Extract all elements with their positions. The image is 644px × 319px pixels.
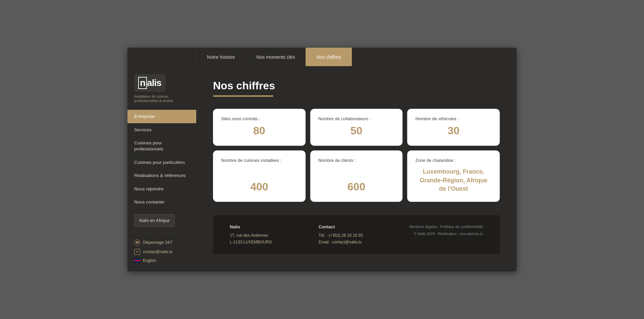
footer-phone[interactable]: ☎ Dépannage 24/7: [134, 238, 190, 247]
africa-button[interactable]: Nalis en Afrique: [134, 214, 175, 227]
footer-legal-line1: Mentions légales · Politique de confiden…: [409, 223, 483, 230]
stat-card-vehicules: Nombre de véhicules : 30: [407, 109, 500, 146]
sidebar-footer: ☎ Dépannage 24/7 ✉ contact@nalis.lu Engl…: [127, 232, 196, 265]
logo-subtitle: Installateur de cuisines professionnelle…: [134, 94, 190, 103]
footer-contact: Contact Tél. : (+352) 26 33 16 55 Email …: [319, 223, 363, 246]
email-label: contact@nalis.lu: [143, 249, 172, 254]
footer-language[interactable]: English: [134, 257, 190, 265]
sidebar-item-rejoindre[interactable]: Nous rejoindre: [127, 182, 196, 196]
stat-value-clients: 600: [318, 181, 395, 193]
footer-company-name: Nalis: [230, 223, 272, 231]
flag-icon: [134, 259, 140, 263]
footer-legal-line2: © Nalis 2024 · Réalisation : osa-advices…: [409, 230, 483, 237]
stat-label-chalandise: Zone de chalandise :: [415, 158, 456, 163]
stat-label-clients: Nombre de clients :: [318, 158, 356, 163]
stat-card-chalandise: Zone de chalandise : Luxembourg, France,…: [407, 150, 500, 202]
phone-icon: ☎: [134, 239, 140, 245]
main-layout: nalis Installateur de cuisines professio…: [127, 66, 517, 271]
stat-value-chalandise: Luxembourg, France, Grande-Région, Afriq…: [415, 168, 492, 193]
sidebar-item-cuisines-part[interactable]: Cuisines pour particuliers: [127, 156, 196, 169]
tab-histoire[interactable]: Notre histoire: [196, 48, 246, 66]
sidebar-logo: nalis Installateur de cuisines professio…: [127, 66, 196, 110]
sidebar-nav: Entreprise Services Cuisines pour profes…: [127, 110, 196, 232]
browser-window: Notre histoire Nos moments clés Nos chif…: [127, 48, 517, 271]
sidebar-item-cuisines-pro[interactable]: Cuisines pour professionnels: [127, 136, 196, 155]
stat-card-clients: Nombre de clients : 600: [310, 150, 403, 202]
phone-label: Dépannage 24/7: [143, 240, 173, 245]
footer-email-contact: Email : contact@nalis.lu: [319, 239, 363, 245]
content-area: Nos chiffres Sites sous contrats : 80 No…: [196, 66, 517, 271]
stat-value-sites: 80: [221, 125, 298, 137]
tab-moments[interactable]: Nos moments clés: [246, 48, 306, 66]
stat-card-collaborateurs: Nombre de collaborateurs : 50: [310, 109, 403, 146]
stat-label-sites: Sites sous contrats :: [221, 116, 260, 121]
footer-contact-title: Contact: [319, 223, 363, 231]
footer-address-line2: L-1133 LUXEMBOURG: [230, 239, 272, 245]
page-title: Nos chiffres: [213, 80, 500, 92]
title-underline: [213, 95, 273, 97]
stat-label-collaborateurs: Nombre de collaborateurs :: [318, 116, 371, 121]
stats-grid-row2: Nombre de cuisines installées : 400 Nomb…: [213, 150, 500, 202]
footer-legal: Mentions légales · Politique de confiden…: [409, 223, 483, 237]
sidebar-item-entreprise[interactable]: Entreprise: [127, 110, 196, 123]
footer-email[interactable]: ✉ contact@nalis.lu: [134, 247, 190, 257]
stat-card-sites: Sites sous contrats : 80: [213, 109, 306, 146]
top-nav: Notre histoire Nos moments clés Nos chif…: [127, 48, 517, 66]
page-footer: Nalis 17, rue des Ardennes L-1133 LUXEMB…: [213, 215, 500, 254]
stat-value-collaborateurs: 50: [318, 125, 395, 137]
logo-n-letter: n: [138, 77, 147, 89]
sidebar-item-contacter[interactable]: Nous contacter: [127, 195, 196, 209]
stats-grid-row1: Sites sous contrats : 80 Nombre de colla…: [213, 109, 500, 146]
footer-company: Nalis 17, rue des Ardennes L-1133 LUXEMB…: [230, 223, 272, 246]
language-label: English: [143, 258, 156, 263]
sidebar-item-realisations[interactable]: Réalisations & références: [127, 169, 196, 182]
stat-label-cuisines: Nombre de cuisines installées :: [221, 158, 281, 163]
tab-chiffres[interactable]: Nos chiffres: [306, 48, 352, 66]
footer-address-line1: 17, rue des Ardennes: [230, 232, 272, 239]
email-icon: ✉: [134, 249, 140, 255]
logo-text: nalis: [138, 78, 161, 88]
stat-value-cuisines: 400: [221, 181, 298, 193]
stat-value-vehicules: 30: [415, 125, 492, 137]
stat-card-cuisines: Nombre de cuisines installées : 400: [213, 150, 306, 202]
footer-phone: Tél. : (+352) 26 33 16 55: [319, 232, 363, 239]
sidebar: nalis Installateur de cuisines professio…: [127, 66, 196, 271]
stat-label-vehicules: Nombre de véhicules :: [415, 116, 459, 121]
logo-box: nalis: [134, 74, 165, 92]
sidebar-item-services[interactable]: Services: [127, 123, 196, 137]
